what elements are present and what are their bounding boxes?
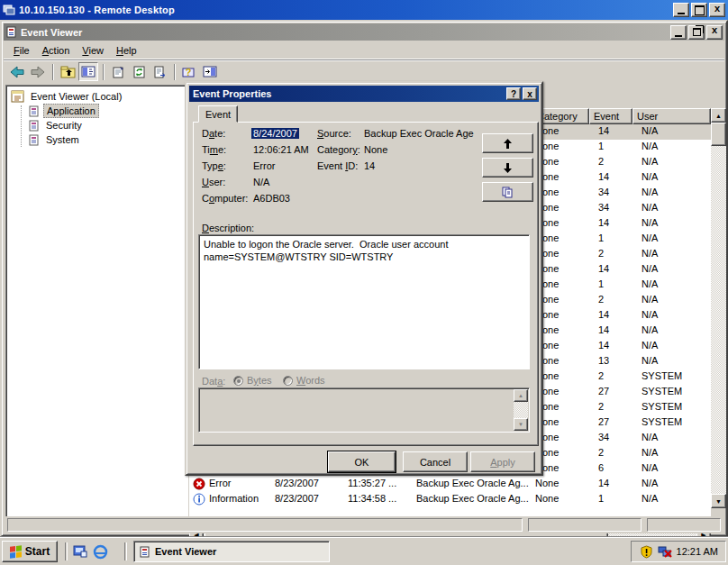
radio-words[interactable]: Words <box>283 375 325 386</box>
minimize-button[interactable] <box>673 3 689 17</box>
cell-time: 11:34:58 ... <box>348 493 396 504</box>
window-minimize-button[interactable] <box>670 25 687 40</box>
tree-root[interactable]: Event Viewer (Local) <box>8 89 186 104</box>
tree-root-label: Event Viewer (Local) <box>28 90 124 103</box>
cell-user: SYSTEM <box>642 386 682 396</box>
table-row[interactable]: Error 8/23/2007 11:35:27 ... Backup Exec… <box>189 477 711 492</box>
status-section <box>7 518 523 532</box>
radio-off-icon <box>283 376 293 386</box>
category-value: None <box>364 144 387 155</box>
status-bar <box>4 516 724 533</box>
ok-button[interactable]: OK <box>328 451 396 472</box>
quicklaunch-show-desktop-icon[interactable] <box>72 543 88 560</box>
type-label: Type: <box>202 160 226 171</box>
export-list-button[interactable] <box>150 62 169 81</box>
dialog-close-button[interactable]: x <box>523 87 537 100</box>
event-viewer-icon <box>5 26 17 38</box>
rdp-titlebar: 10.10.150.130 - Remote Desktop <box>0 0 728 20</box>
cell-user: N/A <box>642 340 658 351</box>
data-box[interactable]: ▲ ▼ <box>198 387 530 433</box>
vertical-scrollbar[interactable]: ▲ ▼ <box>711 108 726 508</box>
properties-button[interactable] <box>108 62 128 81</box>
table-row[interactable]: Information 8/23/2007 11:34:58 ... Backu… <box>189 492 711 507</box>
menu-action[interactable]: Action <box>36 43 77 58</box>
menu-file[interactable]: File <box>7 43 36 58</box>
forward-icon <box>31 66 45 78</box>
refresh-button[interactable] <box>129 62 149 81</box>
cell-user: N/A <box>642 478 658 488</box>
dialog-titlebar: Event Properties ? x <box>189 86 539 102</box>
computer-value: A6DB03 <box>253 193 290 204</box>
system-log-icon <box>28 134 40 146</box>
cell-event: 1 <box>598 232 604 243</box>
data-scrollbar[interactable]: ▲ ▼ <box>514 389 528 431</box>
column-header-user[interactable]: User <box>632 108 711 124</box>
cancel-button[interactable]: Cancel <box>403 451 468 472</box>
category-label: Category: <box>317 144 360 155</box>
svg-text:?: ? <box>186 67 192 77</box>
scroll-track[interactable] <box>711 123 726 494</box>
cell-event: 13 <box>598 355 609 366</box>
radio-on-icon <box>233 376 243 386</box>
next-event-button[interactable] <box>482 158 533 178</box>
menu-help[interactable]: Help <box>110 43 143 58</box>
arrow-up-icon <box>504 139 512 149</box>
date-label: Date: <box>202 128 225 139</box>
source-value: Backup Exec Oracle Age <box>364 128 474 139</box>
event-id-value: 14 <box>364 160 375 171</box>
tab-event[interactable]: Event <box>198 105 238 123</box>
back-button[interactable] <box>7 62 27 81</box>
menu-view[interactable]: View <box>76 43 110 58</box>
cell-event: 2 <box>598 447 604 458</box>
cell-event: 14 <box>598 171 609 182</box>
remote-desktop-screen: 10.10.150.130 - Remote Desktop Event Vie… <box>0 0 728 565</box>
window-restore-button[interactable] <box>688 25 705 40</box>
menu-bar: File Action View Help <box>4 41 724 59</box>
window-close-button[interactable] <box>706 25 723 40</box>
radio-bytes-label: Bytes <box>247 375 272 386</box>
previous-event-button[interactable] <box>482 133 533 153</box>
start-button[interactable]: Start <box>2 541 58 562</box>
cell-event: 14 <box>598 263 609 274</box>
scroll-up-button[interactable]: ▲ <box>711 108 726 123</box>
show-hide-tree-button[interactable] <box>78 62 98 81</box>
column-header-event[interactable]: Event <box>589 108 632 124</box>
event-viewer-icon <box>139 546 150 558</box>
help-button[interactable]: ? <box>179 62 199 81</box>
taskbar-event-viewer-button[interactable]: Event Viewer <box>133 541 330 562</box>
taskbar-separator <box>65 542 68 560</box>
toolbar: ? <box>4 59 724 83</box>
security-alert-shield-icon[interactable] <box>640 545 653 559</box>
cell-event: 14 <box>598 340 609 351</box>
scroll-thumb[interactable] <box>711 123 726 146</box>
sidebar-item-application[interactable]: Application <box>8 104 186 118</box>
network-disconnected-icon[interactable] <box>658 545 672 559</box>
quicklaunch-internet-explorer-icon[interactable] <box>92 543 108 560</box>
show-hide-tree-icon <box>81 66 96 77</box>
apply-button[interactable]: Apply <box>470 451 535 472</box>
dialog-help-button[interactable]: ? <box>506 87 521 100</box>
type-value: Error <box>253 160 275 171</box>
scroll-down-button[interactable]: ▼ <box>514 418 528 431</box>
scroll-down-button[interactable]: ▼ <box>711 494 726 508</box>
cell-user: N/A <box>642 217 658 228</box>
description-box[interactable]: Unable to logon the Oracle server. Oracl… <box>198 234 530 369</box>
close-button[interactable] <box>709 3 725 17</box>
cell-time: 11:35:27 ... <box>348 478 396 488</box>
properties-icon <box>112 66 125 78</box>
sidebar-item-security[interactable]: Security <box>8 118 186 132</box>
maximize-button[interactable] <box>691 3 707 17</box>
forward-button[interactable] <box>28 62 48 81</box>
cell-event: 27 <box>598 386 609 396</box>
up-one-level-button[interactable] <box>58 62 77 81</box>
show-hide-pane-button[interactable] <box>200 62 220 81</box>
triangle-down-icon: ▼ <box>518 422 523 427</box>
user-label: User: <box>202 177 225 187</box>
scroll-up-button[interactable]: ▲ <box>514 389 528 402</box>
sidebar-item-system[interactable]: System <box>8 132 186 147</box>
source-label: Source: <box>317 128 351 139</box>
tray-clock[interactable]: 12:21 AM <box>677 546 718 557</box>
radio-bytes[interactable]: Bytes <box>233 375 272 386</box>
cell-source: Backup Exec Oracle Ag... <box>416 493 529 504</box>
copy-button[interactable] <box>482 182 533 202</box>
